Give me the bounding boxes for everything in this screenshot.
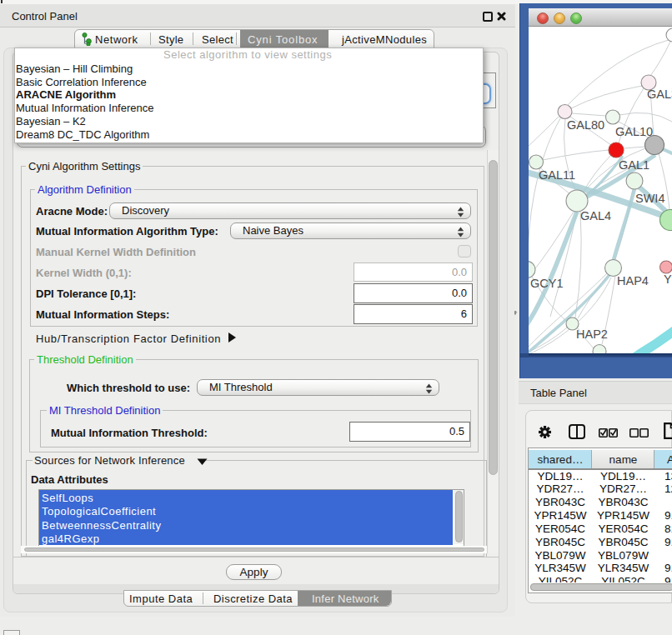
svg-text:GAL11: GAL11 [539,168,575,182]
svg-text:GAL80: GAL80 [567,118,604,132]
svg-text:HAP4: HAP4 [617,274,649,288]
svg-text:SWI4: SWI4 [635,192,664,205]
svg-text:HAP2: HAP2 [576,328,608,341]
svg-text:GAL1: GAL1 [619,158,649,172]
svg-text:GAL4: GAL4 [580,209,611,222]
svg-text:GAL3: GAL3 [647,88,672,101]
svg-text:Y: Y [664,272,672,286]
svg-text:GCY1: GCY1 [530,277,564,290]
svg-text:GAL10: GAL10 [615,125,653,138]
